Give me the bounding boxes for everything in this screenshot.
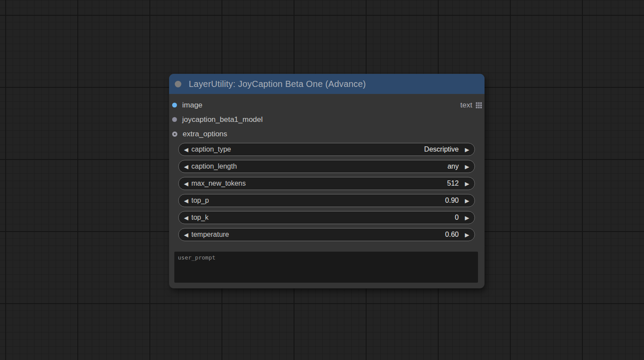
widget-value[interactable]: any bbox=[447, 163, 459, 170]
widget-caption-length[interactable]: ◀ caption_length any ▶ bbox=[178, 160, 475, 173]
increment-arrow-icon[interactable]: ▶ bbox=[465, 232, 469, 238]
widget-max-new-tokens[interactable]: ◀ max_new_tokens 512 ▶ bbox=[178, 177, 475, 190]
widget-label: top_p bbox=[191, 197, 209, 204]
input-port-image-label: image bbox=[182, 101, 202, 110]
input-port-model-label: joycaption_beta1_model bbox=[182, 115, 263, 124]
widget-label: caption_type bbox=[191, 145, 231, 153]
widget-label: temperature bbox=[191, 231, 229, 239]
output-port-text-label: text bbox=[460, 101, 472, 110]
increment-arrow-icon[interactable]: ▶ bbox=[465, 181, 469, 187]
widget-label: max_new_tokens bbox=[191, 180, 246, 187]
increment-arrow-icon[interactable]: ▶ bbox=[465, 147, 469, 152]
widget-top-p[interactable]: ◀ top_p 0.90 ▶ bbox=[178, 194, 475, 207]
widget-value[interactable]: Descriptive bbox=[424, 145, 459, 153]
widget-label: caption_length bbox=[191, 163, 237, 170]
output-slot-grid-icon[interactable] bbox=[476, 102, 482, 108]
user-prompt-container bbox=[174, 252, 478, 284]
collapse-dot-icon[interactable] bbox=[175, 81, 181, 87]
node-title: LayerUtility: JoyCaption Beta One (Advan… bbox=[189, 79, 366, 89]
node-body: image text joycaption_beta1_model extra_… bbox=[169, 94, 485, 284]
widget-value[interactable]: 512 bbox=[447, 180, 459, 187]
decrement-arrow-icon[interactable]: ◀ bbox=[184, 198, 188, 204]
widget-temperature[interactable]: ◀ temperature 0.60 ▶ bbox=[178, 228, 475, 241]
port-row-extra-options: extra_options bbox=[169, 127, 485, 141]
widget-value[interactable]: 0 bbox=[455, 214, 459, 222]
node-joycaption-beta-one[interactable]: LayerUtility: JoyCaption Beta One (Advan… bbox=[169, 74, 485, 288]
node-header[interactable]: LayerUtility: JoyCaption Beta One (Advan… bbox=[169, 74, 485, 94]
port-row-joycaption-model: joycaption_beta1_model bbox=[169, 112, 485, 127]
decrement-arrow-icon[interactable]: ◀ bbox=[184, 215, 188, 221]
widget-list: ◀ caption_type Descriptive ▶ ◀ caption_l… bbox=[178, 143, 475, 241]
input-port-extra-options-label: extra_options bbox=[183, 130, 227, 138]
widget-value[interactable]: 0.60 bbox=[445, 231, 459, 239]
input-port-extra-options-icon[interactable] bbox=[172, 132, 177, 137]
decrement-arrow-icon[interactable]: ◀ bbox=[184, 232, 188, 238]
increment-arrow-icon[interactable]: ▶ bbox=[465, 215, 469, 221]
widget-top-k[interactable]: ◀ top_k 0 ▶ bbox=[178, 211, 475, 224]
port-row-image: image text bbox=[169, 98, 485, 112]
output-port-text[interactable]: text bbox=[460, 101, 482, 110]
decrement-arrow-icon[interactable]: ◀ bbox=[184, 164, 188, 170]
graph-canvas[interactable]: { "node": { "title": "LayerUtility: JoyC… bbox=[0, 0, 644, 360]
widget-label: top_k bbox=[191, 214, 208, 222]
widget-value[interactable]: 0.90 bbox=[445, 197, 459, 204]
increment-arrow-icon[interactable]: ▶ bbox=[465, 164, 469, 170]
user-prompt-input[interactable] bbox=[174, 252, 478, 283]
input-port-image-icon[interactable] bbox=[172, 103, 177, 107]
increment-arrow-icon[interactable]: ▶ bbox=[465, 198, 469, 204]
decrement-arrow-icon[interactable]: ◀ bbox=[184, 147, 188, 152]
decrement-arrow-icon[interactable]: ◀ bbox=[184, 181, 188, 187]
input-port-model-icon[interactable] bbox=[172, 117, 177, 122]
widget-caption-type[interactable]: ◀ caption_type Descriptive ▶ bbox=[178, 143, 475, 156]
